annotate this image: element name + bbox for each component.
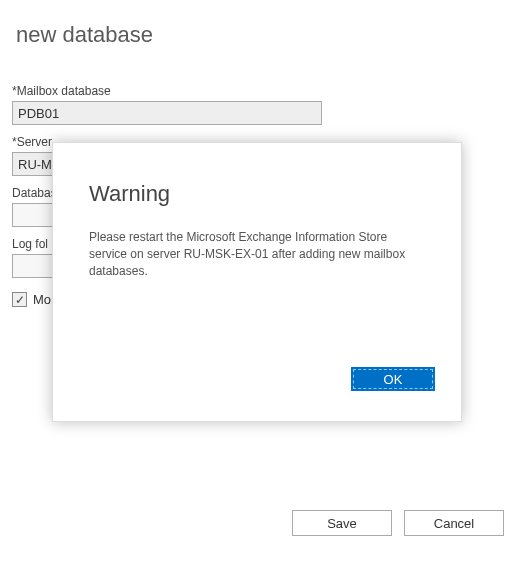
mailbox-database-input[interactable] bbox=[12, 101, 322, 125]
dialog-button-row: OK bbox=[351, 367, 435, 391]
ok-button[interactable]: OK bbox=[351, 367, 435, 391]
mailbox-database-label: *Mailbox database bbox=[12, 84, 502, 98]
mailbox-database-row: *Mailbox database bbox=[12, 84, 502, 125]
mount-checkbox[interactable] bbox=[12, 292, 27, 307]
dialog-message: Please restart the Microsoft Exchange In… bbox=[89, 229, 409, 279]
save-button[interactable]: Save bbox=[292, 510, 392, 536]
dialog-title: Warning bbox=[89, 181, 425, 207]
page-title: new database bbox=[16, 22, 502, 48]
mount-label: Mo bbox=[33, 292, 51, 307]
warning-dialog: Warning Please restart the Microsoft Exc… bbox=[52, 142, 462, 422]
cancel-button[interactable]: Cancel bbox=[404, 510, 504, 536]
bottom-button-row: Save Cancel bbox=[292, 510, 504, 536]
